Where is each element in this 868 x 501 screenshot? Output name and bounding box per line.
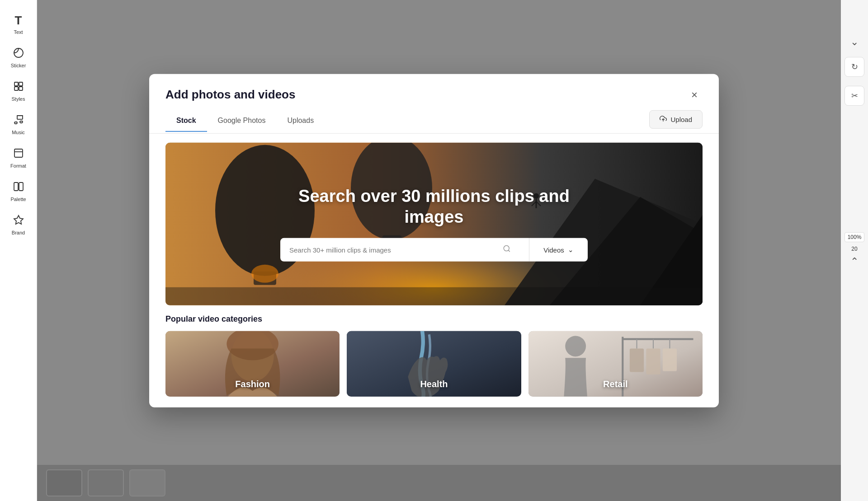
sidebar-item-styles[interactable]: Styles — [3, 76, 34, 106]
zoom-badge: 100% — [844, 232, 865, 242]
svg-rect-8 — [14, 183, 18, 191]
chevron-up-icon[interactable]: ⌃ — [850, 256, 859, 267]
svg-rect-39 — [646, 348, 660, 374]
svg-rect-22 — [165, 287, 703, 305]
sidebar-item-sticker-label: Sticker — [11, 63, 26, 68]
sidebar-item-music-label: Music — [12, 130, 25, 135]
sidebar-item-text[interactable]: T Text — [3, 9, 34, 39]
close-button[interactable]: × — [686, 86, 703, 103]
search-input[interactable] — [280, 238, 529, 262]
modal-title: Add photos and videos — [165, 88, 295, 102]
sidebar-item-palette[interactable]: Palette — [3, 177, 34, 206]
tab-stock[interactable]: Stock — [165, 112, 207, 131]
sidebar-item-brand-label: Brand — [12, 230, 25, 235]
sidebar-item-text-label: Text — [14, 29, 23, 35]
sticker-icon — [13, 47, 24, 61]
tab-google-photos[interactable]: Google Photos — [207, 112, 277, 131]
svg-rect-6 — [14, 149, 23, 157]
svg-rect-2 — [19, 82, 23, 86]
sidebar-item-palette-label: Palette — [10, 197, 26, 202]
categories-title: Popular video categories — [165, 314, 703, 323]
upload-icon — [660, 115, 667, 123]
format-icon — [13, 148, 24, 161]
svg-rect-41 — [662, 348, 676, 371]
upload-button-label: Upload — [670, 115, 692, 123]
categories-grid: Fashion — [165, 331, 703, 396]
media-type-label: Videos — [543, 246, 564, 253]
search-row: Videos ⌄ — [280, 238, 588, 262]
refresh-button[interactable]: ↻ — [844, 57, 864, 77]
brand-icon — [13, 215, 24, 228]
category-card-health[interactable]: Health — [347, 331, 521, 396]
upload-button[interactable]: Upload — [649, 110, 703, 128]
category-card-retail[interactable]: Retail — [528, 331, 703, 396]
sidebar-item-sticker[interactable]: Sticker — [3, 43, 34, 73]
chevron-down-icon[interactable]: ⌄ — [850, 36, 859, 48]
svg-rect-1 — [14, 82, 18, 86]
refresh-icon: ↻ — [851, 62, 858, 72]
palette-icon — [13, 181, 24, 195]
hero-banner: Search over 30 millions clips and images… — [165, 142, 703, 305]
text-icon: T — [15, 14, 22, 28]
dropdown-chevron-icon: ⌄ — [568, 246, 574, 254]
sidebar-item-music[interactable]: Music — [3, 110, 34, 140]
svg-point-42 — [565, 336, 586, 356]
svg-marker-10 — [14, 215, 23, 224]
sidebar-item-brand[interactable]: Brand — [3, 210, 34, 240]
svg-rect-9 — [19, 183, 23, 191]
modal: Add photos and videos × Stock Google Pho… — [149, 74, 719, 407]
hero-headline: Search over 30 millions clips and images — [276, 186, 592, 227]
sidebar-item-format[interactable]: Format — [3, 143, 34, 173]
svg-rect-3 — [14, 87, 18, 90]
svg-point-19 — [251, 264, 278, 282]
styles-icon — [13, 81, 24, 94]
page-number: 20 — [851, 246, 857, 252]
retail-label: Retail — [528, 379, 703, 389]
music-icon — [13, 114, 24, 128]
tab-uploads[interactable]: Uploads — [276, 112, 325, 131]
modal-header: Add photos and videos × — [149, 74, 719, 103]
sidebar-item-format-label: Format — [10, 163, 26, 169]
sidebar: T Text Sticker Styles — [0, 0, 37, 501]
sidebar-item-styles-label: Styles — [12, 96, 25, 102]
scissors-button[interactable]: ✂ — [844, 86, 864, 106]
tabs-container: Stock Google Photos Uploads — [165, 112, 325, 131]
svg-rect-4 — [19, 87, 23, 90]
categories-section: Popular video categories — [149, 305, 719, 407]
right-toolbar: ⌄ ↻ ✂ 100% 20 ⌃ — [841, 0, 868, 501]
health-label: Health — [347, 379, 521, 389]
tabs-row: Stock Google Photos Uploads Upload — [149, 103, 719, 133]
media-type-select[interactable]: Videos ⌄ — [529, 238, 588, 262]
svg-rect-37 — [630, 348, 644, 372]
category-card-fashion[interactable]: Fashion — [165, 331, 340, 396]
fashion-label: Fashion — [165, 379, 340, 389]
scissors-icon: ✂ — [851, 91, 858, 101]
